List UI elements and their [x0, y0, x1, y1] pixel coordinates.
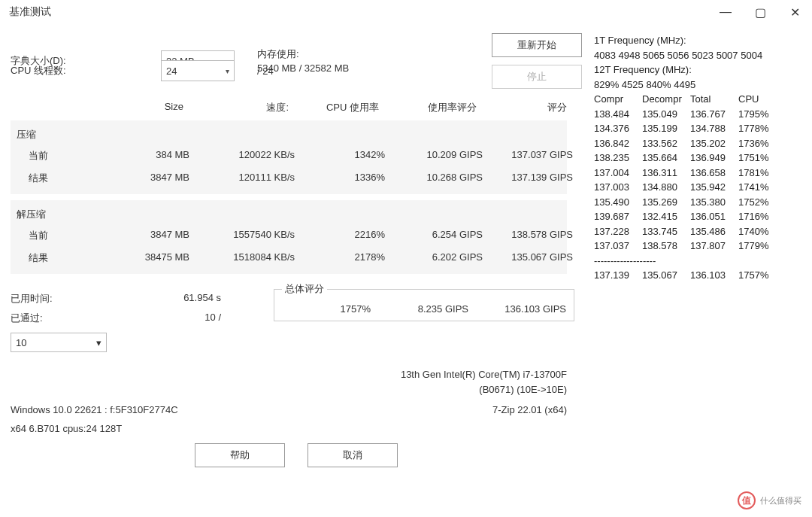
- system-info: 13th Gen Intel(R) Core(TM) i7-13700F (B0…: [11, 367, 582, 397]
- stats-row: 135.490135.269135.3801752%: [594, 195, 801, 210]
- os-info: Windows 10.0 22621 : f:5F310F2774C: [11, 404, 178, 415]
- row-label: 当前: [17, 149, 92, 163]
- table-row: 当前 3847 MB 1557540 KB/s 2216% 6.254 GIPS…: [17, 224, 561, 247]
- overall-rating-box: 总体评分 1757% 8.235 GIPS 136.103 GIPS: [274, 289, 574, 321]
- close-icon[interactable]: ✕: [777, 0, 812, 24]
- overall-rating: 136.103 GIPS: [468, 303, 566, 315]
- chevron-down-icon: ▾: [226, 67, 229, 75]
- passed-label: 已通过:: [11, 312, 43, 325]
- row-label: 结果: [17, 172, 92, 185]
- table-row: 结果 38475 MB 1518084 KB/s 2178% 6.202 GIP…: [17, 247, 561, 269]
- stats-row: 139.687132.415136.0511716%: [594, 209, 801, 224]
- elapsed-label: 已用时间:: [11, 292, 53, 306]
- overall-cpu: 1757%: [280, 303, 371, 315]
- decompress-label: 解压缩: [17, 205, 561, 224]
- row-label: 结果: [17, 251, 92, 265]
- freq1-label: 1T Frequency (MHz):: [594, 33, 801, 48]
- memory-label: 内存使用:: [257, 47, 349, 62]
- table-header: Size 速度: CPU 使用率 使用率评分 评分: [11, 96, 567, 119]
- separator: -------------------: [594, 254, 801, 269]
- stats-panel: 1T Frequency (MHz): 4083 4948 5065 5056 …: [594, 33, 801, 467]
- threads-max: / 24: [257, 65, 274, 77]
- stats-row: 136.842133.562135.2021736%: [594, 136, 801, 151]
- window-controls: — ▢ ✕: [708, 0, 812, 24]
- col-speed: 速度:: [183, 101, 289, 114]
- table-row: 当前 384 MB 120022 KB/s 1342% 10.209 GIPS …: [17, 144, 561, 167]
- cpu-code: (B0671) (10E->10E): [11, 382, 567, 397]
- chevron-down-icon: ▾: [96, 337, 102, 348]
- cancel-button[interactable]: 取消: [308, 443, 398, 467]
- threads-select[interactable]: 24 ▾: [161, 60, 235, 81]
- stats-header: Compr Decompr Total CPU: [594, 92, 801, 107]
- stats-row: 137.228133.745135.4861740%: [594, 224, 801, 239]
- elapsed-value: 61.954 s: [183, 292, 221, 306]
- pass-select-value: 10: [16, 337, 26, 348]
- compress-label: 压缩: [17, 125, 561, 144]
- threads-label: CPU 线程数:: [11, 64, 161, 78]
- compress-group: 压缩 当前 384 MB 120022 KB/s 1342% 10.209 GI…: [11, 120, 567, 194]
- stats-row: 137.003134.880135.9421741%: [594, 180, 801, 195]
- maximize-icon[interactable]: ▢: [743, 0, 777, 24]
- help-button[interactable]: 帮助: [195, 443, 285, 467]
- col-usage-rating: 使用率评分: [379, 101, 477, 114]
- stop-button[interactable]: 停止: [492, 65, 582, 89]
- stats-row: 138.235135.664136.9491751%: [594, 151, 801, 166]
- title-bar: 基准测试 — ▢ ✕: [0, 0, 812, 24]
- overall-usage-rating: 8.235 GIPS: [371, 303, 468, 315]
- freq12-values: 829% 4525 840% 4495: [594, 78, 801, 93]
- stats-row: 137.037138.578137.8071779%: [594, 239, 801, 254]
- stats-row: 137.004136.311136.6581781%: [594, 166, 801, 181]
- watermark-text: 什么值得买: [760, 495, 801, 506]
- stats-row: 134.376135.199134.7881778%: [594, 121, 801, 136]
- passed-value: 10 /: [205, 312, 221, 325]
- window-title: 基准测试: [9, 5, 51, 19]
- stats-total: 137.139 135.067 136.103 1757%: [594, 268, 801, 283]
- pass-select[interactable]: 10 ▾: [11, 333, 107, 352]
- overall-label: 总体评分: [282, 282, 327, 296]
- row-label: 当前: [17, 229, 92, 242]
- minimize-icon[interactable]: —: [708, 0, 743, 24]
- arch-info: x64 6.B701 cpus:24 128T: [11, 423, 122, 434]
- benchmark-table: Size 速度: CPU 使用率 使用率评分 评分 压缩 当前 384 MB 1…: [11, 96, 567, 274]
- app-info: 7-Zip 22.01 (x64): [492, 404, 582, 415]
- decompress-group: 解压缩 当前 3847 MB 1557540 KB/s 2216% 6.254 …: [11, 200, 567, 274]
- watermark: 值 什么值得买: [738, 491, 801, 509]
- col-cpu: CPU 使用率: [289, 101, 379, 114]
- col-size: Size: [86, 101, 183, 114]
- table-row: 结果 3847 MB 120111 KB/s 1336% 10.268 GIPS…: [17, 167, 561, 190]
- freq12-label: 12T Frequency (MHz):: [594, 62, 801, 78]
- col-rating: 评分: [477, 101, 567, 114]
- threads-value: 24: [166, 65, 177, 77]
- stats-row: 138.484135.049136.7671795%: [594, 107, 801, 122]
- cpu-name: 13th Gen Intel(R) Core(TM) i7-13700F: [11, 367, 567, 382]
- watermark-icon: 值: [738, 491, 756, 509]
- freq1-values: 4083 4948 5065 5056 5023 5007 5004: [594, 48, 801, 63]
- restart-button[interactable]: 重新开始: [492, 33, 582, 57]
